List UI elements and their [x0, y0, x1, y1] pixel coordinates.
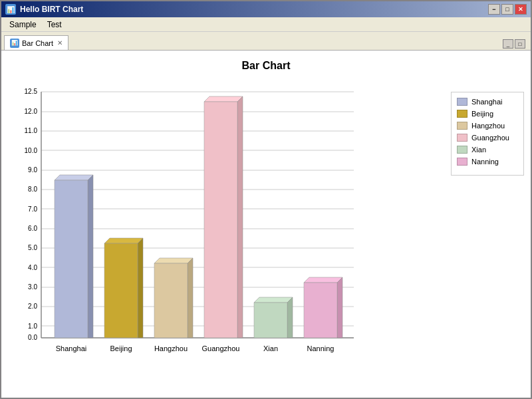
legend-color-hangzhou [457, 122, 467, 130]
menu-bar: Sample Test [1, 17, 531, 32]
legend-item-guangzhou: Guangzhou [457, 134, 518, 142]
legend-item-shanghai: Shanghai [457, 98, 518, 106]
svg-text:0.0: 0.0 [28, 334, 37, 341]
legend-item-xian: Xian [457, 146, 518, 154]
svg-marker-36 [154, 258, 193, 263]
menu-test[interactable]: Test [42, 19, 67, 31]
maximize-button[interactable]: □ [501, 4, 513, 15]
svg-marker-30 [55, 175, 93, 180]
chart-svg: 12.5 12.0 11.0 10.0 9.0 8.0 7.0 6.0 5.0 … [8, 78, 394, 364]
svg-marker-43 [287, 297, 293, 338]
svg-text:10.0: 10.0 [25, 147, 38, 154]
legend-label-xian: Xian [471, 146, 486, 154]
legend-color-xian [457, 146, 467, 154]
legend-label-beijing: Beijing [471, 110, 493, 118]
svg-text:Xian: Xian [263, 344, 278, 352]
chart-legend: Shanghai Beijing Hangzhou Guangzhou Xian [451, 92, 524, 176]
restore-max-button[interactable]: □ [515, 39, 525, 49]
svg-rect-32 [55, 180, 88, 338]
legend-label-nanning: Nanning [471, 158, 499, 166]
svg-text:3.0: 3.0 [28, 283, 37, 291]
tab-bar-chart[interactable]: 📊 Bar Chart ✕ [4, 35, 68, 50]
chart-area: 12.5 12.0 11.0 10.0 9.0 8.0 7.0 6.0 5.0 … [8, 78, 444, 391]
svg-marker-37 [188, 258, 193, 338]
svg-text:4.0: 4.0 [28, 264, 37, 271]
window-controls: − □ ✕ [488, 4, 527, 15]
svg-text:7.0: 7.0 [28, 205, 37, 213]
minimize-button[interactable]: − [488, 4, 500, 15]
tab-restore-controls: _ □ [500, 38, 528, 50]
svg-marker-40 [237, 96, 243, 338]
legend-label-hangzhou: Hangzhou [471, 122, 505, 130]
window-title: Hello BIRT Chart [20, 5, 83, 14]
svg-text:Guangzhou: Guangzhou [202, 344, 240, 352]
main-window: 📊 Hello BIRT Chart − □ ✕ Sample Test 📊 B… [0, 0, 532, 399]
tab-close-icon[interactable]: ✕ [57, 39, 63, 47]
svg-text:12.5: 12.5 [25, 88, 38, 95]
svg-rect-47 [304, 283, 337, 338]
svg-text:Beijing: Beijing [110, 344, 132, 352]
svg-text:Hangzhou: Hangzhou [154, 344, 188, 352]
svg-text:6.0: 6.0 [28, 225, 37, 232]
tab-label: Bar Chart [22, 39, 53, 47]
svg-marker-42 [254, 297, 293, 303]
legend-item-nanning: Nanning [457, 158, 518, 166]
legend-item-hangzhou: Hangzhou [457, 122, 518, 130]
legend-color-beijing [457, 110, 467, 118]
tab-bar: 📊 Bar Chart ✕ _ □ [1, 32, 531, 51]
legend-color-shanghai [457, 98, 467, 106]
svg-rect-35 [104, 243, 138, 338]
svg-marker-39 [204, 96, 243, 102]
svg-marker-34 [138, 238, 143, 338]
restore-min-button[interactable]: _ [503, 39, 513, 49]
svg-text:8.0: 8.0 [28, 186, 37, 193]
close-button[interactable]: ✕ [515, 4, 527, 15]
svg-text:11.0: 11.0 [25, 127, 38, 134]
legend-color-nanning [457, 158, 467, 166]
app-icon: 📊 [5, 4, 16, 15]
svg-rect-44 [254, 303, 287, 338]
svg-rect-41 [204, 102, 237, 338]
svg-text:12.0: 12.0 [25, 108, 38, 115]
svg-text:1.0: 1.0 [28, 323, 37, 330]
svg-marker-31 [88, 175, 93, 338]
legend-item-beijing: Beijing [457, 110, 518, 118]
title-bar: 📊 Hello BIRT Chart − □ ✕ [1, 1, 531, 17]
svg-text:5.0: 5.0 [28, 244, 37, 251]
svg-text:Nanning: Nanning [307, 344, 334, 352]
menu-sample[interactable]: Sample [4, 19, 42, 31]
chart-title: Bar Chart [242, 60, 291, 72]
chart-container: Bar Chart [1, 51, 531, 398]
legend-label-guangzhou: Guangzhou [471, 134, 509, 142]
svg-text:2.0: 2.0 [28, 303, 37, 310]
svg-text:9.0: 9.0 [28, 166, 37, 174]
title-bar-left: 📊 Hello BIRT Chart [5, 4, 83, 15]
svg-text:Shanghai: Shanghai [56, 344, 87, 352]
svg-rect-38 [154, 263, 188, 338]
svg-marker-45 [304, 277, 342, 283]
chart-body: 12.5 12.0 11.0 10.0 9.0 8.0 7.0 6.0 5.0 … [8, 78, 524, 391]
svg-marker-33 [104, 238, 143, 243]
legend-color-guangzhou [457, 134, 467, 142]
tab-chart-icon: 📊 [10, 39, 19, 48]
svg-marker-46 [337, 277, 342, 338]
legend-label-shanghai: Shanghai [471, 98, 503, 106]
